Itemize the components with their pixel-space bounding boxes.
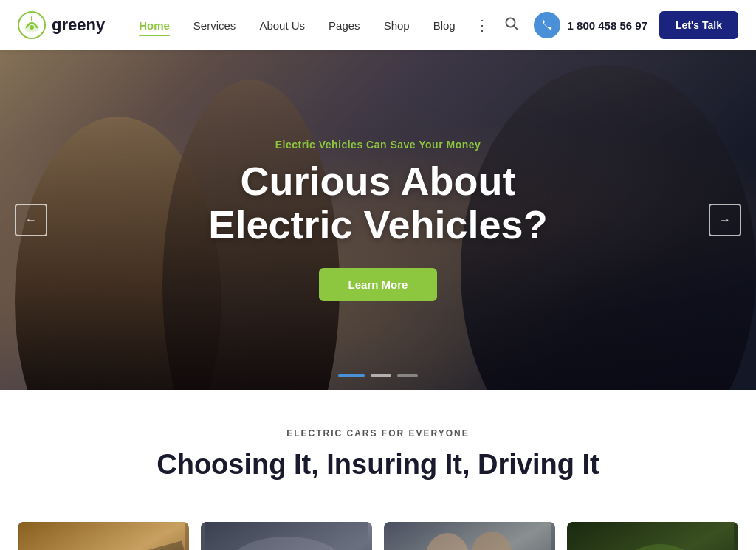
logo-link[interactable]: greeny [18, 11, 105, 39]
hero-title-line1: Curious About [241, 159, 516, 203]
nav-blog[interactable]: Blog [423, 13, 466, 38]
logo-text: greeny [52, 16, 105, 35]
nav-about[interactable]: About Us [249, 13, 315, 38]
hero-title: Curious About Electric Vehicles? [157, 159, 599, 247]
hero-dot-2[interactable] [371, 374, 391, 377]
hero-prev-button[interactable]: ← [15, 204, 47, 236]
card-2-image [201, 522, 372, 550]
hero-title-line2: Electric Vehicles? [208, 203, 547, 247]
hero-next-button[interactable]: → [709, 204, 741, 236]
section-title: Choosing It, Insuring It, Driving It [18, 449, 738, 481]
card-1-image [18, 522, 189, 550]
nav-services[interactable]: Services [183, 13, 247, 38]
svg-rect-6 [22, 522, 185, 550]
nav-shop[interactable]: Shop [374, 13, 420, 38]
hero-content: Electric Vehicles Can Save Your Money Cu… [157, 139, 599, 301]
svg-rect-15 [388, 522, 551, 550]
cards-row [0, 522, 756, 550]
card-4-image [567, 522, 738, 550]
svg-line-5 [514, 26, 518, 30]
section-tag: ELECTRIC CARS FOR EVERYONE [18, 428, 738, 439]
main-nav: Home Services About Us Pages Shop Blog ⋮ [128, 13, 533, 38]
search-icon[interactable] [498, 13, 525, 38]
nav-pages[interactable]: Pages [318, 13, 371, 38]
hero-cta-button[interactable]: Learn More [319, 268, 438, 301]
hero-section: ← Electric Vehicles Can Save Your Money … [0, 50, 756, 390]
card-people[interactable] [384, 522, 555, 550]
hero-subtitle: Electric Vehicles Can Save Your Money [157, 139, 599, 151]
main-section: ELECTRIC CARS FOR EVERYONE Choosing It, … [0, 390, 756, 522]
card-street[interactable] [18, 522, 189, 550]
card-nature[interactable] [567, 522, 738, 550]
hero-indicators [338, 374, 418, 377]
phone-icon [534, 12, 560, 38]
card-car-detail[interactable] [201, 522, 372, 550]
hero-dot-3[interactable] [397, 374, 418, 377]
svg-point-2 [30, 25, 34, 30]
hero-dot-1[interactable] [338, 374, 365, 377]
site-header: greeny Home Services About Us Pages Shop… [0, 0, 756, 50]
phone-wrap: 1 800 458 56 97 [534, 12, 647, 38]
logo-icon [18, 11, 46, 39]
nav-more-icon[interactable]: ⋮ [469, 13, 495, 37]
nav-home[interactable]: Home [128, 13, 180, 38]
cta-button[interactable]: Let's Talk [659, 11, 738, 39]
header-right: 1 800 458 56 97 Let's Talk [534, 11, 738, 39]
card-3-image [384, 522, 555, 550]
phone-number: 1 800 458 56 97 [568, 19, 647, 32]
